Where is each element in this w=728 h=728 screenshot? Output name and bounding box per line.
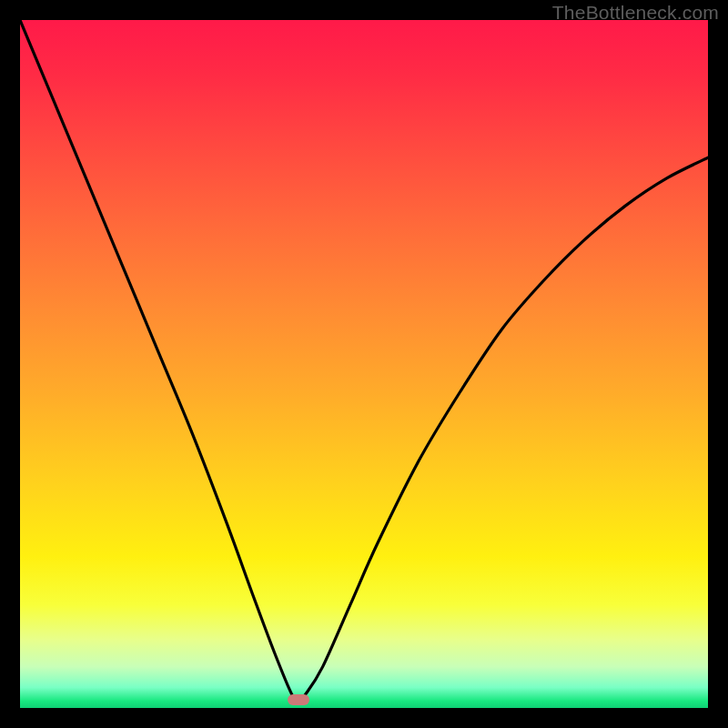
plot-area: [20, 20, 708, 708]
frame-border-right: [708, 0, 728, 728]
watermark-text: TheBottleneck.com: [552, 2, 719, 24]
bottleneck-curve: [20, 20, 708, 700]
frame-border-left: [0, 0, 20, 728]
curve-svg: [20, 20, 708, 708]
frame-border-bottom: [0, 708, 728, 728]
optimal-marker: [288, 694, 309, 705]
